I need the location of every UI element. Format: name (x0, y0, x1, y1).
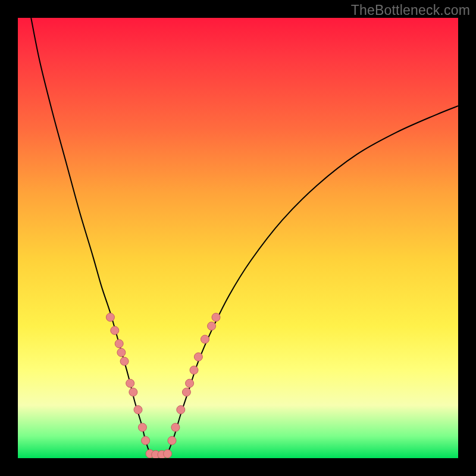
data-dot (194, 353, 202, 361)
data-dot (212, 313, 220, 321)
data-dot (129, 388, 137, 396)
data-dot (117, 348, 126, 356)
data-dot (106, 313, 114, 321)
data-dot (201, 335, 209, 343)
data-dot (134, 406, 142, 414)
watermark-text: TheBottleneck.com (351, 2, 470, 18)
data-dot (182, 388, 190, 396)
chart-overlay (18, 18, 458, 458)
data-dot (115, 340, 123, 348)
data-dot (111, 326, 119, 334)
chart-frame: TheBottleneck.com (0, 0, 476, 476)
data-dot (168, 436, 176, 444)
data-dot (171, 423, 180, 431)
curve-right-branch (168, 106, 458, 454)
data-dot (138, 423, 146, 431)
data-dot (120, 357, 129, 365)
data-dot (142, 436, 150, 444)
plot-area (18, 18, 458, 458)
data-dot (177, 406, 185, 414)
data-dot (190, 366, 198, 374)
data-dot (164, 450, 172, 458)
data-dot (208, 322, 216, 330)
data-dot (186, 379, 194, 387)
data-dot (126, 379, 134, 387)
data-dots (106, 313, 220, 458)
